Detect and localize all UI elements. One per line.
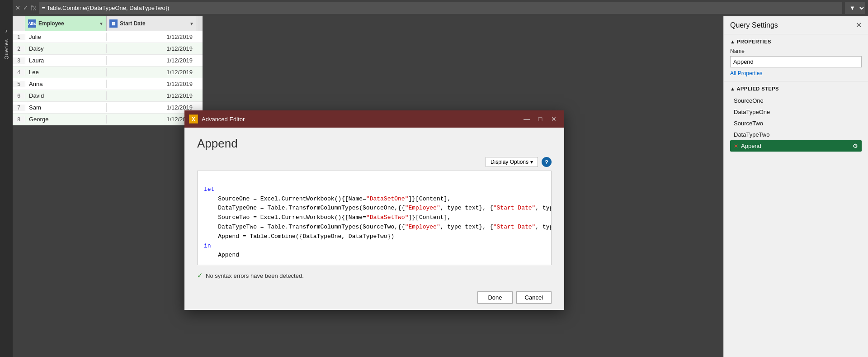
query-settings-close-button[interactable]: ✕ <box>856 21 862 29</box>
step-label: DataTypeTwo <box>734 131 770 138</box>
sidebar-collapse-arrow[interactable]: › <box>5 27 8 34</box>
query-settings-header: Query Settings ✕ <box>724 16 868 34</box>
step-gear-icon[interactable]: ⚙ <box>853 143 858 149</box>
row-number: 4 <box>13 69 25 76</box>
properties-section: ▲ PROPERTIES Name All Properties <box>724 34 868 81</box>
formula-input[interactable] <box>39 2 842 14</box>
table-header: ABc Employee ▼ ▦ Start Date ▼ <box>13 16 203 31</box>
employee-cell: Julie <box>25 33 107 41</box>
sidebar: › Queries <box>0 0 13 357</box>
query-settings-panel: Query Settings ✕ ▲ PROPERTIES Name All P… <box>723 16 868 357</box>
step-label: Append <box>741 143 761 149</box>
table-row[interactable]: 4 Lee 1/12/2019 <box>13 67 203 78</box>
step-label: DataTypeOne <box>734 109 770 115</box>
row-number: 2 <box>13 46 25 52</box>
step-label: SourceOne <box>734 97 764 104</box>
dialog-maximize-button[interactable]: □ <box>534 114 546 124</box>
employee-cell: Lee <box>25 68 107 76</box>
table-row[interactable]: 1 Julie 1/12/2019 <box>13 31 203 43</box>
dialog-toolbar: Display Options ▾ ? <box>197 157 552 167</box>
syntax-check-icon: ✓ <box>197 271 203 280</box>
sidebar-label: Queries <box>4 39 9 60</box>
done-button[interactable]: Done <box>477 291 512 304</box>
employee-cell: Anna <box>25 80 107 88</box>
help-button[interactable]: ? <box>542 157 552 167</box>
dialog-heading: Append <box>197 137 552 151</box>
table-row[interactable]: 8 George 1/12/2019 <box>13 114 203 125</box>
startdate-type-icon: ▦ <box>109 19 118 28</box>
dialog-minimize-button[interactable]: — <box>521 114 533 124</box>
employee-cell: Daisy <box>25 44 107 53</box>
data-table: ABc Employee ▼ ▦ Start Date ▼ 1 Julie 1/… <box>13 16 203 125</box>
row-number: 1 <box>13 34 25 40</box>
close-formula-icon[interactable]: ✕ <box>15 5 20 11</box>
row-number: 6 <box>13 93 25 99</box>
step-item[interactable]: DataTypeOne <box>730 106 862 118</box>
employee-column-header[interactable]: ABc Employee ▼ <box>25 16 107 31</box>
date-cell: 1/12/2019 <box>107 80 197 88</box>
date-cell: 1/12/2019 <box>107 56 197 65</box>
steps-list: SourceOneDataTypeOneSourceTwoDataTypeTwo… <box>730 95 862 152</box>
syntax-status: ✓ No syntax errors have been detected. <box>197 271 552 280</box>
table-row[interactable]: 3 Laura 1/12/2019 <box>13 55 203 67</box>
employee-filter-icon[interactable]: ▼ <box>99 21 104 26</box>
date-cell: 1/12/2019 <box>107 115 197 124</box>
row-number: 7 <box>13 105 25 111</box>
table-body: 1 Julie 1/12/2019 2 Daisy 1/12/2019 3 La… <box>13 31 203 125</box>
code-editor[interactable]: let SourceOne = Excel.CurrentWorkbook(){… <box>197 171 552 265</box>
dialog-title-text: Advanced Editor <box>202 116 517 123</box>
step-item[interactable]: ✕ Append ⚙ <box>730 140 862 152</box>
applied-steps-section: ▲ APPLIED STEPS SourceOneDataTypeOneSour… <box>724 81 868 156</box>
date-cell: 1/12/2019 <box>107 91 197 100</box>
display-options-label: Display Options <box>491 159 528 165</box>
row-number: 3 <box>13 57 25 64</box>
employee-cell: Sam <box>25 103 107 112</box>
dialog-controls: — □ ✕ <box>521 114 560 124</box>
display-options-button[interactable]: Display Options ▾ <box>486 157 538 167</box>
table-row[interactable]: 5 Anna 1/12/2019 <box>13 78 203 90</box>
dialog-close-button[interactable]: ✕ <box>548 114 560 124</box>
properties-title: ▲ PROPERTIES <box>730 39 862 44</box>
employee-type-icon: ABc <box>28 19 36 28</box>
step-item[interactable]: SourceTwo <box>730 118 862 129</box>
employee-cell: David <box>25 91 107 100</box>
dialog-body: Append Display Options ▾ ? let SourceOne… <box>184 128 564 287</box>
date-cell: 1/12/2019 <box>107 68 197 76</box>
dialog-titlebar: X Advanced Editor — □ ✕ <box>184 110 564 128</box>
formula-bar: ✕ ✓ fx ▼ <box>13 0 868 16</box>
table-row[interactable]: 7 Sam 1/12/2019 <box>13 102 203 114</box>
employee-cell: Laura <box>25 56 107 65</box>
row-number: 8 <box>13 116 25 123</box>
employee-col-label: Employee <box>38 20 64 27</box>
step-item[interactable]: SourceOne <box>730 95 862 106</box>
all-properties-link[interactable]: All Properties <box>730 70 862 76</box>
query-name-input[interactable] <box>730 56 862 67</box>
display-options-chevron: ▾ <box>530 159 533 165</box>
syntax-message: No syntax errors have been detected. <box>206 272 304 279</box>
dialog-app-icon: X <box>189 114 198 124</box>
date-cell: 1/12/2019 <box>107 33 197 41</box>
startdate-col-label: Start Date <box>120 20 146 27</box>
date-cell: 1/12/2019 <box>107 103 197 112</box>
name-label: Name <box>730 48 862 54</box>
row-num-header <box>13 16 25 31</box>
step-delete-icon[interactable]: ✕ <box>734 143 738 149</box>
fx-label: fx <box>31 4 36 12</box>
startdate-column-header[interactable]: ▦ Start Date ▼ <box>107 16 197 31</box>
check-formula-icon[interactable]: ✓ <box>23 5 28 11</box>
startdate-filter-icon[interactable]: ▼ <box>189 21 194 26</box>
step-item[interactable]: DataTypeTwo <box>730 129 862 140</box>
table-row[interactable]: 6 David 1/12/2019 <box>13 90 203 102</box>
formula-dropdown[interactable]: ▼ <box>845 2 865 14</box>
cancel-button[interactable]: Cancel <box>516 291 552 304</box>
row-number: 5 <box>13 81 25 87</box>
query-settings-title: Query Settings <box>730 21 778 29</box>
employee-cell: George <box>25 115 107 124</box>
step-label: SourceTwo <box>734 120 763 127</box>
dialog-footer: Done Cancel <box>184 287 564 310</box>
applied-steps-title: ▲ APPLIED STEPS <box>730 86 862 91</box>
advanced-editor-dialog: X Advanced Editor — □ ✕ Append Display O… <box>184 110 564 310</box>
date-cell: 1/12/2019 <box>107 44 197 53</box>
table-row[interactable]: 2 Daisy 1/12/2019 <box>13 43 203 55</box>
